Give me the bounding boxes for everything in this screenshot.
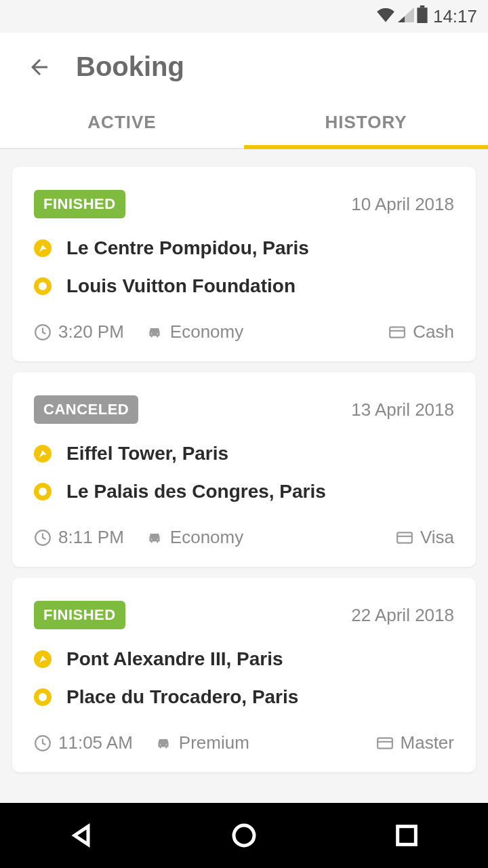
svg-rect-10 [397,532,412,542]
booking-date: 22 April 2018 [351,605,454,626]
nav-back-button[interactable] [68,822,95,849]
meta-left: 3:20 PM Economy [34,321,243,342]
dropoff-location: Place du Trocadero, Paris [66,686,298,708]
dropoff-icon [34,277,52,295]
page-title: Booking [76,52,184,82]
payment-method: Cash [413,321,454,342]
booking-date: 13 April 2018 [351,399,454,420]
status-time: 14:17 [433,6,477,27]
payment-meta: Master [376,732,454,753]
route: Eiffel Tower, Paris Le Palais des Congre… [34,443,454,502]
dropoff-row: Place du Trocadero, Paris [34,686,454,708]
tab-history[interactable]: HISTORY [244,98,488,148]
status-badge: FINISHED [34,190,125,218]
svg-point-4 [157,332,159,334]
cellular-icon [398,6,414,27]
android-nav-bar [0,803,488,868]
svg-point-8 [150,538,152,540]
pickup-row: Le Centre Pompidou, Paris [34,237,454,259]
dropoff-icon [34,688,52,706]
pickup-icon [34,239,52,257]
nav-home-button[interactable] [230,822,258,849]
booking-card[interactable]: FINISHED 10 April 2018 Le Centre Pompido… [12,167,476,361]
pickup-row: Eiffel Tower, Paris [34,443,454,465]
booking-card[interactable]: FINISHED 22 April 2018 Pont Alexandre II… [12,578,476,772]
tabs: ACTIVE HISTORY [0,98,488,149]
car-class: Economy [170,321,243,342]
clock-icon [34,323,52,341]
wifi-icon [376,6,395,27]
payment-method: Master [401,732,454,753]
payment-meta: Cash [388,321,454,342]
booking-card[interactable]: CANCELED 13 April 2018 Eiffel Tower, Par… [12,372,476,567]
route: Pont Alexandre III, Paris Place du Troca… [34,648,454,708]
back-button[interactable] [27,55,52,79]
pickup-location: Pont Alexandre III, Paris [66,648,283,670]
status-badge: FINISHED [34,601,125,629]
battery-icon [417,5,428,28]
dropoff-icon [34,483,52,500]
dropoff-row: Louis Vuitton Foundation [34,275,454,297]
pickup-icon [34,650,52,668]
payment-method: Visa [420,527,454,548]
car-meta: Economy [146,527,243,548]
status-bar: 14:17 [0,0,488,33]
time-meta: 8:11 PM [34,527,124,548]
meta-left: 11:05 AM Premium [34,732,249,753]
dropoff-row: Le Palais des Congres, Paris [34,481,454,502]
tab-active[interactable]: ACTIVE [0,98,244,148]
booking-date: 10 April 2018 [351,194,454,215]
time-meta: 3:20 PM [34,321,124,342]
clock-icon [34,734,52,752]
dropoff-location: Le Palais des Congres, Paris [66,481,326,502]
svg-rect-1 [417,7,427,23]
car-icon [155,734,172,752]
svg-rect-18 [398,827,416,845]
pickup-location: Le Centre Pompidou, Paris [66,237,309,259]
status-badge: CANCELED [34,395,138,424]
car-icon [146,529,163,547]
route: Le Centre Pompidou, Paris Louis Vuitton … [34,237,454,297]
svg-point-14 [165,743,167,745]
card-icon [396,529,413,547]
svg-rect-5 [390,327,405,337]
app-bar: Booking [0,33,488,98]
booking-time: 8:11 PM [58,527,124,548]
pickup-location: Eiffel Tower, Paris [66,443,228,465]
svg-point-9 [157,538,159,540]
card-icon [388,323,406,341]
svg-rect-15 [378,738,392,748]
svg-rect-0 [420,5,425,7]
nav-recent-button[interactable] [393,822,420,849]
card-meta: 3:20 PM Economy Cash [34,321,454,342]
clock-icon [34,529,52,547]
booking-time: 3:20 PM [58,321,124,342]
time-meta: 11:05 AM [34,732,133,753]
car-class: Premium [179,732,249,753]
card-icon [376,734,394,752]
payment-meta: Visa [396,527,454,548]
meta-left: 8:11 PM Economy [34,527,243,548]
car-class: Economy [170,527,243,548]
dropoff-location: Louis Vuitton Foundation [66,275,296,297]
card-meta: 8:11 PM Economy Visa [34,527,454,548]
card-meta: 11:05 AM Premium Master [34,732,454,753]
car-meta: Economy [146,321,243,342]
card-header: FINISHED 22 April 2018 [34,601,454,629]
svg-point-3 [150,332,152,334]
card-header: CANCELED 13 April 2018 [34,395,454,424]
car-icon [146,323,163,341]
booking-time: 11:05 AM [58,732,133,753]
card-header: FINISHED 10 April 2018 [34,190,454,218]
pickup-row: Pont Alexandre III, Paris [34,648,454,670]
pickup-icon [34,445,52,462]
status-icons [376,5,428,28]
svg-point-17 [234,825,254,846]
svg-point-13 [159,743,161,745]
booking-list: FINISHED 10 April 2018 Le Centre Pompido… [0,149,488,790]
car-meta: Premium [155,732,249,753]
